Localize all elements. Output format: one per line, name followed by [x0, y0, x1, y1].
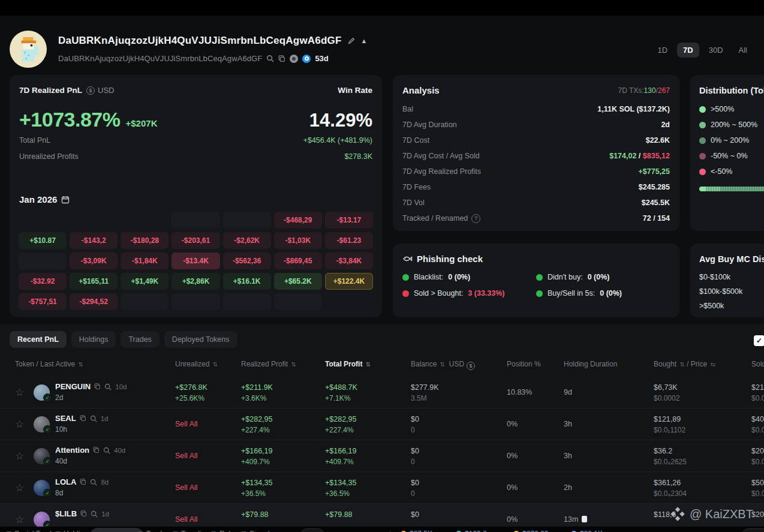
footer-item-rules[interactable]: Rules [211, 530, 238, 532]
price-ticker[interactable]: $87.5K [401, 530, 432, 532]
bottom-nav-bar: Social TrackerHoldings▲WatchlistTrackerT… [0, 527, 764, 532]
calendar-day[interactable]: -$2,62K [223, 232, 271, 249]
win-rate-value: 14.29% [309, 110, 372, 131]
calendar-day[interactable]: +$10.87 [19, 232, 67, 249]
star-icon[interactable]: ☆ [15, 440, 24, 472]
edit-name-icon[interactable] [347, 37, 356, 45]
footer-item-watchlist[interactable]: ▲Watchlist [90, 528, 143, 532]
star-icon[interactable]: ☆ [15, 472, 24, 504]
distribution-bar-segment [699, 187, 706, 191]
search-icon[interactable] [91, 510, 98, 518]
explorer-icon[interactable] [302, 55, 311, 63]
help-icon[interactable]: ? [471, 214, 480, 223]
calendar-day[interactable]: +$1,49K [121, 273, 169, 290]
calendar-day[interactable] [121, 212, 169, 229]
calendar-day[interactable]: -$1,03K [274, 232, 322, 249]
phishing-check-panel: Phishing check Blacklist:0 (0%)Didn't bu… [393, 244, 679, 317]
price-ticker[interactable]: $272.63 [513, 530, 548, 532]
copy-icon[interactable] [278, 55, 285, 62]
token-avatar: ✓ [34, 384, 50, 401]
calendar-day[interactable] [325, 293, 373, 310]
calendar-day[interactable]: -$562,36 [223, 253, 271, 269]
search-icon[interactable] [90, 415, 97, 422]
calendar-day[interactable] [70, 212, 118, 229]
calendar-day[interactable]: -$468,29 [274, 212, 322, 229]
calendar-day[interactable]: +$122.4K [325, 273, 373, 290]
time-tab-1d[interactable]: 1D [651, 43, 673, 58]
price-ticker[interactable]: $30.1K [571, 530, 603, 532]
sold-cell: $20 [751, 509, 764, 520]
table-row[interactable]: ☆✓Attention40d40dSell All+$166,19+409.7%… [0, 440, 764, 472]
copy-icon[interactable] [80, 479, 86, 485]
search-icon[interactable] [103, 447, 110, 454]
phishing-item-label: Didn't buy: [548, 273, 583, 281]
calendar-icon[interactable] [61, 196, 70, 204]
calendar-day[interactable] [223, 293, 271, 310]
token-cell: LOLA8d8d [55, 477, 109, 497]
star-icon[interactable]: ☆ [15, 377, 24, 408]
copy-icon[interactable] [80, 510, 87, 517]
calendar-day[interactable]: -$757,51 [19, 293, 67, 310]
search-icon[interactable] [104, 383, 112, 390]
avg-buy-mc-items: $0-$100k$100k-$500k>$500k [699, 270, 742, 313]
calendar-day[interactable]: -$13.4K [172, 253, 219, 269]
calendar-day[interactable]: -$61.23 [325, 232, 373, 249]
settings-pill[interactable] [741, 528, 764, 532]
distribution-legend: >500%200% ~ 500%0% ~ 200%-50% ~ 0%<-50% [699, 101, 757, 179]
calendar-day[interactable]: -$294,52 [70, 293, 118, 310]
calendar-day[interactable]: -$13.17 [325, 212, 373, 229]
footer-item-trending[interactable]: Trending [173, 530, 209, 532]
search-icon[interactable] [266, 55, 274, 62]
footer-item-holdings[interactable]: Holdings [55, 530, 92, 532]
green-dot-icon [536, 290, 543, 297]
copy-icon[interactable] [93, 447, 100, 453]
price-ticker[interactable]: $169.6 [456, 530, 487, 532]
calendar-day[interactable]: -$32.92 [19, 273, 67, 290]
token-age: 8d [101, 479, 109, 486]
rank-icon[interactable]: ▲ [361, 37, 368, 44]
table-row[interactable]: ☆✓SEAL1d10hSell All+$282,95+227.4%+$282,… [0, 408, 764, 440]
calendar-day[interactable]: -$203,61 [172, 232, 219, 249]
phishing-item-value: 0 (0%) [588, 273, 610, 281]
copy-icon[interactable] [80, 415, 86, 422]
calendar-day[interactable]: -$143,2 [70, 232, 118, 249]
calendar-day[interactable] [223, 212, 271, 229]
calendar-day[interactable]: +$2,86K [172, 273, 219, 290]
analysis-row-label: 7D Fees [402, 183, 431, 191]
table-row[interactable]: ☆✓LOLA8d8dSell All+$134,35+36.5%+$134,35… [0, 472, 764, 504]
currency-label[interactable]: USD [98, 86, 114, 95]
calendar-day[interactable]: +$65.2K [274, 273, 322, 290]
calendar-day[interactable] [172, 212, 219, 229]
calendar-day[interactable] [121, 293, 169, 310]
calendar-day[interactable]: -$3,84K [325, 253, 373, 269]
calendar-day[interactable]: -$3,09K [70, 253, 118, 269]
star-icon[interactable]: ☆ [15, 408, 24, 440]
footer-item-signals[interactable]: Signals [241, 530, 273, 532]
footer-item-social-tracker[interactable]: Social Tracker [6, 530, 60, 532]
wallet-avatar[interactable] [10, 31, 47, 68]
calendar-day[interactable]: -$869,45 [274, 253, 322, 269]
search-icon[interactable] [90, 479, 97, 486]
calendar-day[interactable] [274, 293, 322, 310]
calendar-day[interactable] [172, 293, 219, 310]
usd-toggle-icon[interactable]: $ [86, 86, 95, 95]
exchange-icon[interactable] [290, 55, 298, 63]
analysis-row-label: 7D Avg Duration [402, 121, 457, 129]
footer-item-tracker[interactable]: Tracker [138, 530, 170, 532]
time-tab-30d[interactable]: 30D [703, 43, 729, 58]
balance-cell: $00 [411, 446, 419, 467]
calendar-day[interactable]: -$1,84K [121, 253, 169, 269]
calendar-day[interactable]: +$16.1K [223, 273, 271, 290]
time-tab-all[interactable]: All [733, 43, 753, 58]
calendar-day[interactable]: -$180,28 [121, 232, 169, 249]
preset-pill[interactable] [300, 528, 325, 532]
table-row[interactable]: ☆✓PENGUIN10d2d+$276.8K+25.6K%+$211.9K+3.… [0, 377, 764, 408]
calendar-day[interactable] [19, 253, 67, 269]
bought-cell: $36.2$0.0₄2625 [654, 446, 687, 467]
token-avatar: ✓ [34, 480, 50, 496]
verified-check-icon: ✓ [43, 489, 52, 497]
copy-icon[interactable] [94, 383, 101, 390]
time-tab-7d[interactable]: 7D [677, 43, 699, 58]
calendar-day[interactable]: +$165,11 [70, 273, 118, 290]
calendar-day[interactable] [19, 212, 67, 229]
